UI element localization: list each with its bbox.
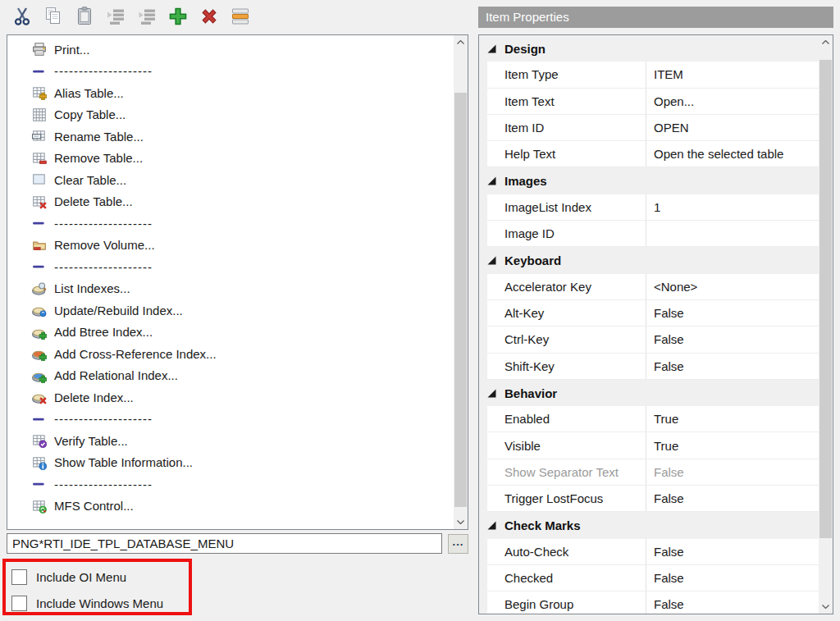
menu-item-row[interactable]: Add Cross-Reference Index... <box>7 343 454 365</box>
property-row-auto-check[interactable]: Auto-CheckFalse <box>487 539 819 565</box>
cut-button[interactable] <box>10 4 34 29</box>
property-row-begin-group[interactable]: Begin GroupFalse <box>487 591 819 614</box>
category-expander-icon[interactable] <box>487 389 496 398</box>
menu-separator-row[interactable]: -------------------- <box>7 409 454 431</box>
index-add-rel-icon <box>32 368 47 383</box>
menu-item-row[interactable]: Print... <box>7 39 454 61</box>
scrollbar-thumb[interactable] <box>819 60 832 538</box>
property-row-enabled[interactable]: EnabledTrue <box>487 406 819 432</box>
checkbox-include-windows-menu[interactable] <box>11 596 27 611</box>
category-expander-icon[interactable] <box>487 521 496 530</box>
category-row-images[interactable]: Images <box>479 167 819 194</box>
property-row-item-id[interactable]: Item IDOPEN <box>487 115 819 141</box>
table-delete-icon <box>32 194 47 209</box>
property-value[interactable]: False <box>646 565 819 591</box>
menu-separator-row[interactable]: -------------------- <box>7 212 454 235</box>
property-row-item-type[interactable]: Item TypeITEM <box>487 62 819 88</box>
menu-separator-row[interactable]: -------------------- <box>7 473 454 495</box>
property-row-accelerator-key[interactable]: Accelerator Key<None> <box>487 274 819 300</box>
scrollbar-thumb[interactable] <box>454 93 467 507</box>
menu-item-row[interactable]: Show Table Information... <box>7 452 454 474</box>
index-update-icon <box>32 303 47 317</box>
property-row-checked[interactable]: CheckedFalse <box>487 565 819 591</box>
menu-item-row[interactable]: List Indexes... <box>7 278 454 300</box>
menu-item-row[interactable]: Add Btree Index... <box>7 322 454 344</box>
checkbox-include-oi-menu[interactable] <box>11 569 27 585</box>
scroll-down-icon[interactable] <box>819 600 833 614</box>
move-right-button[interactable] <box>135 4 159 29</box>
property-row-show-separator-text[interactable]: Show Separator TextFalse <box>487 459 819 486</box>
property-value[interactable]: OPEN <box>646 115 819 140</box>
property-name: Help Text <box>487 141 646 167</box>
property-row-ctrl-key[interactable]: Ctrl-KeyFalse <box>487 326 819 353</box>
property-value[interactable]: ITEM <box>646 62 819 87</box>
copy-button[interactable] <box>41 4 66 29</box>
menu-item-row[interactable]: Delete Index... <box>7 386 454 409</box>
property-row-trigger-lostfocus[interactable]: Trigger LostFocusFalse <box>487 486 819 512</box>
property-value[interactable]: False <box>646 354 819 379</box>
menu-item-row[interactable]: Verify Table... <box>7 430 454 452</box>
menu-separator-row[interactable]: -------------------- <box>7 256 454 278</box>
category-row-check-marks[interactable]: Check Marks <box>479 512 819 538</box>
scroll-up-icon[interactable] <box>454 35 468 49</box>
menu-item-row[interactable]: Add Relational Index... <box>7 365 454 387</box>
table-verify-icon <box>32 433 47 448</box>
move-left-button[interactable] <box>103 4 128 29</box>
property-row-visible[interactable]: VisibleTrue <box>487 432 819 459</box>
property-value[interactable]: <None> <box>646 274 819 299</box>
menu-item-row[interactable]: MFS Control... <box>7 495 454 518</box>
property-value[interactable]: False <box>646 591 819 614</box>
property-name: Item ID <box>487 115 646 140</box>
category-row-design[interactable]: Design <box>479 35 819 62</box>
menu-rows-button[interactable] <box>228 4 253 29</box>
property-value[interactable]: False <box>646 486 819 511</box>
cut-icon <box>11 6 33 27</box>
paste-button[interactable] <box>72 4 97 29</box>
property-row-image-id[interactable]: Image ID <box>487 221 819 247</box>
browse-button[interactable]: ... <box>448 534 468 554</box>
property-row-shift-key[interactable]: Shift-KeyFalse <box>487 354 819 380</box>
category-expander-icon[interactable] <box>487 256 496 265</box>
add-item-button[interactable] <box>166 4 190 29</box>
category-expander-icon[interactable] <box>487 44 496 53</box>
menu-list-scrollbar[interactable] <box>454 35 468 529</box>
delete-item-button[interactable] <box>197 4 221 29</box>
menu-item-row[interactable]: Delete Table... <box>7 191 454 213</box>
printer-icon <box>32 42 47 57</box>
menu-item-label: List Indexes... <box>54 281 130 295</box>
menu-item-row[interactable]: Remove Volume... <box>7 235 454 257</box>
scroll-down-icon[interactable] <box>454 515 468 529</box>
property-value[interactable]: True <box>646 406 819 432</box>
property-name: Accelerator Key <box>487 274 646 299</box>
property-row-help-text[interactable]: Help TextOpen the selected table <box>487 141 819 167</box>
menu-item-row[interactable]: Clear Table... <box>7 169 454 191</box>
property-value[interactable] <box>646 221 819 246</box>
property-value[interactable]: 1 <box>646 194 819 220</box>
property-name: Shift-Key <box>487 354 646 379</box>
menu-item-row[interactable]: Copy Table... <box>7 104 454 126</box>
properties-scrollbar[interactable] <box>819 35 833 614</box>
property-value[interactable]: Open... <box>646 89 819 114</box>
separator-line-icon <box>32 216 47 231</box>
menu-item-row[interactable]: Alias Table... <box>7 82 454 104</box>
menu-item-label: Remove Volume... <box>54 238 155 252</box>
category-row-behavior[interactable]: Behavior <box>479 380 819 406</box>
property-value[interactable]: False <box>646 459 819 485</box>
property-row-item-text[interactable]: Item TextOpen... <box>487 89 819 115</box>
property-value[interactable]: False <box>646 326 819 352</box>
menu-name-input[interactable] <box>7 533 442 554</box>
property-value[interactable]: Open the selected table <box>646 141 819 167</box>
property-value[interactable]: False <box>646 539 819 564</box>
property-row-imagelist-index[interactable]: ImageList Index1 <box>487 194 819 221</box>
menu-separator-row[interactable]: -------------------- <box>7 61 454 83</box>
category-row-keyboard[interactable]: Keyboard <box>479 247 819 273</box>
property-row-alt-key[interactable]: Alt-KeyFalse <box>487 300 819 326</box>
scroll-up-icon[interactable] <box>819 35 833 49</box>
menu-item-row[interactable]: Rename Table... <box>7 126 454 148</box>
property-value[interactable]: True <box>646 432 819 458</box>
menu-item-row[interactable]: Remove Table... <box>7 148 454 170</box>
category-expander-icon[interactable] <box>487 176 496 185</box>
menu-item-row[interactable]: Update/Rebuild Index... <box>7 299 454 322</box>
menu-item-label: Add Cross-Reference Index... <box>54 347 217 361</box>
property-value[interactable]: False <box>646 300 819 326</box>
